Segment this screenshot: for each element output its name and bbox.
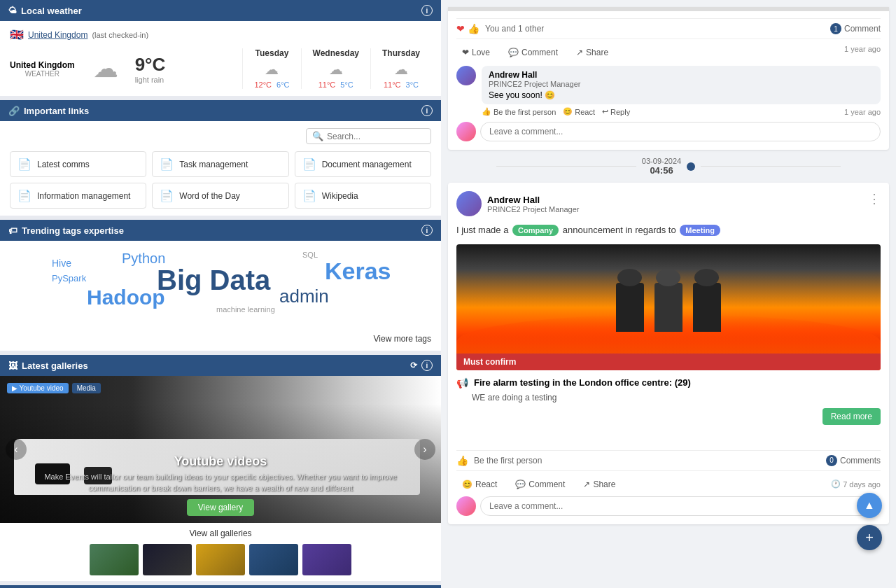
link-info-management[interactable]: 📄 Information management xyxy=(10,183,146,209)
post-card-2: Andrew Hall PRINCE2 Project Manager ⋮ I … xyxy=(448,183,889,524)
fab-scroll-up-button[interactable]: ▲ xyxy=(857,493,882,518)
gallery-prev-button[interactable]: ‹ xyxy=(6,439,27,460)
gallery-next-button[interactable]: › xyxy=(414,439,435,460)
link-wikipedia[interactable]: 📄 Wikipedia xyxy=(295,183,431,209)
weather-title: Local weather xyxy=(21,6,82,16)
post-reactions-2: 👍 Be the first person 0 Comments xyxy=(456,450,881,471)
be-first-1: 👍 Be the first person xyxy=(482,107,556,116)
galleries-info-icon[interactable]: i xyxy=(421,360,433,371)
reaction-heart-icon: ❤ xyxy=(456,23,465,34)
timeline: ❤ 👍 You and 1 other 1 Comment ❤ Love 💬 C… xyxy=(441,0,896,531)
link-document-management[interactable]: 📄 Document management xyxy=(295,151,431,177)
share-button-1[interactable]: ↗ Share xyxy=(570,45,614,60)
author-name-2: Andrew Hall xyxy=(487,195,579,205)
link-label-3: Document management xyxy=(322,160,412,169)
tag-machinelearning[interactable]: machine learning xyxy=(216,305,275,314)
doc-icon-1: 📄 xyxy=(18,158,31,171)
reply-button-c1[interactable]: ↩ Reply xyxy=(602,107,630,116)
country-name-link[interactable]: United Kingdom xyxy=(28,30,88,40)
thumb-4[interactable] xyxy=(249,544,298,575)
read-more-button[interactable]: Read more xyxy=(822,408,881,425)
love-button-1[interactable]: ❤ Love xyxy=(456,45,496,60)
current-user-avatar-1 xyxy=(456,122,476,141)
comments-count-1: Comment xyxy=(844,24,881,34)
view-more-tags-section: View more tags xyxy=(0,330,441,351)
links-search-input[interactable] xyxy=(327,132,425,141)
forecast-low-wed: 5°C xyxy=(340,80,353,89)
announcement-section: 📢 Fire alarm testing in the London offic… xyxy=(456,377,881,425)
tag-sql[interactable]: SQL xyxy=(302,251,318,259)
comment-button-1[interactable]: 💬 Comment xyxy=(503,45,564,60)
tag-pyspark[interactable]: PySpark xyxy=(52,273,86,284)
post-menu-2[interactable]: ⋮ xyxy=(868,191,881,206)
share-button-2[interactable]: ↗ Share xyxy=(578,477,621,492)
link-label-1: Latest comms xyxy=(37,160,90,169)
thumb-5[interactable] xyxy=(302,544,351,575)
view-all-galleries-link[interactable]: View all galleries xyxy=(10,528,431,538)
react-button-c1[interactable]: 😊 React xyxy=(563,107,595,116)
author-title-2: PRINCE2 Project Manager xyxy=(487,205,579,214)
gallery-desc: Make Events will tailor our team buildin… xyxy=(28,472,413,493)
view-gallery-button[interactable]: View gallery xyxy=(187,499,254,516)
tag-keras[interactable]: Keras xyxy=(325,258,391,285)
tag-admin[interactable]: admin xyxy=(279,286,329,307)
timeline-time-1: 04:56 xyxy=(642,165,681,176)
link-latest-comms[interactable]: 📄 Latest comms xyxy=(10,151,146,177)
tag-bigdata[interactable]: Big Data xyxy=(157,265,270,296)
country-flag-row: 🇬🇧 United Kingdom (last checked-in) xyxy=(10,28,431,41)
link-task-management[interactable]: 📄 Task management xyxy=(152,151,288,177)
tags-icon: 🏷 xyxy=(8,225,18,236)
tag-hadoop[interactable]: Hadoop xyxy=(87,286,165,309)
comments-count-label-2: Comments xyxy=(840,456,881,465)
weather-location-name: United Kingdom xyxy=(10,60,75,70)
tag-company-badge[interactable]: Company xyxy=(512,225,559,236)
galleries-refresh-icon[interactable]: ⟳ xyxy=(410,360,417,370)
view-more-tags-link[interactable]: View more tags xyxy=(374,334,431,344)
last-checked: (last checked-in) xyxy=(92,31,148,39)
tag-meeting-badge[interactable]: Meeting xyxy=(680,225,720,236)
links-info-icon[interactable]: i xyxy=(421,105,433,116)
link-label-6: Wikipedia xyxy=(322,191,358,201)
thumb-1[interactable] xyxy=(90,544,139,575)
links-icon: 🔗 xyxy=(8,106,20,116)
tag-hive[interactable]: Hive xyxy=(52,258,71,269)
reaction-like-icon-2: 👍 xyxy=(456,455,468,466)
comment-button-2[interactable]: 💬 Comment xyxy=(510,477,570,492)
tags-header: 🏷 Trending tags expertise i xyxy=(0,220,441,241)
forecast-day-label-wed: Wednesday xyxy=(313,48,359,58)
post-image-2: Must confirm xyxy=(456,244,881,370)
comment-input-1[interactable] xyxy=(480,122,881,141)
clock-icon-2: 🕐 xyxy=(831,479,841,489)
post-image-top xyxy=(448,7,889,11)
comment-input-2[interactable] xyxy=(480,496,881,516)
love-icon: ❤ xyxy=(462,48,469,57)
left-panel: 🌤 Local weather i 🇬🇧 United Kingdom (las… xyxy=(0,0,441,588)
react-button-2[interactable]: 😊 React xyxy=(456,477,503,492)
link-label-4: Information management xyxy=(37,191,130,201)
links-search-wrap: 🔍 xyxy=(306,128,431,144)
post-content-2: I just made a Company announcement in re… xyxy=(456,223,881,237)
link-word-of-day[interactable]: 📄 Word of the Day xyxy=(152,183,288,209)
fab-add-button[interactable]: + xyxy=(857,525,882,550)
right-panel: ❤ 👍 You and 1 other 1 Comment ❤ Love 💬 C… xyxy=(441,0,896,588)
tags-section: 🏷 Trending tags expertise i Hive Python … xyxy=(0,220,441,351)
comments-badge-1: 1 xyxy=(830,23,841,34)
post-actions-1: ❤ Love 💬 Comment ↗ Share 1 year ago xyxy=(456,45,881,60)
badge-youtube: ▶ Youtube video xyxy=(7,383,69,393)
reply-icon-c1: ↩ xyxy=(602,107,608,116)
comment-1: Andrew Hall PRINCE2 Project Manager See … xyxy=(456,66,881,116)
tags-info-icon[interactable]: i xyxy=(421,225,433,236)
tag-cloud: Hive Python Big Data SQL Keras PySpark H… xyxy=(10,251,431,321)
thumb-3[interactable] xyxy=(196,544,245,575)
thumb-2[interactable] xyxy=(143,544,192,575)
forecast-high-wed: 11°C xyxy=(318,80,336,89)
search-icon: 🔍 xyxy=(312,131,323,141)
comment-time-1: 1 year ago xyxy=(844,107,881,116)
comment-actions-1: 👍 Be the first person 😊 React ↩ Reply xyxy=(482,107,881,116)
links-section: 🔗 Important links i 🔍 📄 Latest comms 📄 xyxy=(0,100,441,216)
comment-text-1: See you soon! 😊 xyxy=(489,90,874,100)
post-reactions-1: ❤ 👍 You and 1 other 1 Comment xyxy=(456,18,881,39)
tags-title: Trending tags expertise xyxy=(22,225,124,236)
weather-info-icon[interactable]: i xyxy=(421,5,433,16)
link-label-5: Word of the Day xyxy=(179,191,239,201)
